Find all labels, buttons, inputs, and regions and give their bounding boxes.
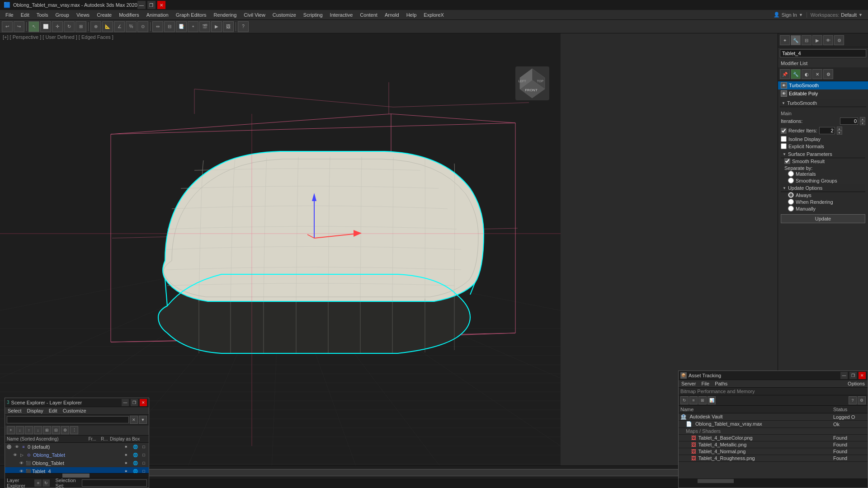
signin-button[interactable]: Sign In	[782, 12, 797, 18]
render-button[interactable]: ▶	[211, 21, 222, 32]
configure-modifier-button[interactable]: ⚙	[823, 69, 833, 79]
at-settings-btn[interactable]: ⚙	[858, 396, 866, 404]
render-iters-up[interactable]: ▲	[837, 127, 842, 131]
iterations-up[interactable]: ▲	[860, 117, 865, 121]
select-region-button[interactable]: ⬜	[40, 21, 51, 32]
le-collapse-btn[interactable]: ⊟	[52, 426, 60, 434]
utilities-panel-icon[interactable]: ⚙	[834, 35, 844, 45]
align-button[interactable]: ⊟	[164, 21, 175, 32]
render-iters-checkbox[interactable]	[781, 128, 787, 134]
object-name-input[interactable]	[780, 49, 866, 57]
hierarchy-panel-icon[interactable]: ⊟	[802, 35, 811, 45]
workspaces-dropdown-icon[interactable]: ▼	[859, 13, 863, 17]
render-iters-input[interactable]	[819, 127, 835, 134]
asset-basecolor-row[interactable]: 🖼 Tablet_4_BaseColor.png Found	[679, 435, 868, 441]
show-shaded-button[interactable]: ◐	[802, 69, 811, 79]
asset-metallic-row[interactable]: 🖼 Tablet_4_Metallic.png Found	[679, 441, 868, 448]
layer-visibility[interactable]: 👁	[18, 469, 25, 473]
percent-snap-button[interactable]: %	[126, 21, 137, 32]
undo-button[interactable]: ↩	[2, 21, 13, 32]
iterations-spinner[interactable]: ▲ ▼	[860, 117, 865, 125]
at-table-btn[interactable]: ⊞	[698, 396, 707, 404]
layer-visibility[interactable]: 👁	[11, 453, 19, 457]
manually-radio[interactable]	[788, 206, 794, 211]
col-name-header[interactable]: Name (Sorted Ascending)	[5, 436, 85, 441]
menu-content[interactable]: Content	[356, 11, 381, 19]
isoline-display-checkbox[interactable]	[781, 136, 787, 142]
le-filter-btn[interactable]: ▼	[139, 416, 147, 424]
scale-button[interactable]: ⊞	[75, 21, 86, 32]
menu-modifiers[interactable]: Modifiers	[115, 11, 143, 19]
render-iters-down[interactable]: ▼	[837, 131, 842, 135]
le-more-btn[interactable]: ⋮	[70, 426, 78, 434]
materials-radio[interactable]	[788, 171, 794, 177]
layer-explorer-restore[interactable]: ❐	[131, 399, 138, 406]
layer-expand-icon[interactable]: ▷	[19, 452, 25, 458]
at-help-btn[interactable]: ?	[849, 396, 857, 404]
at-status-btn[interactable]: 📊	[708, 396, 716, 404]
turbosmooth-header[interactable]: TurboSmooth	[780, 99, 866, 107]
menu-rendering[interactable]: Rendering	[210, 11, 241, 19]
layer-eye-icon[interactable]	[6, 444, 12, 450]
modifier-visibility-toggle[interactable]: 👁	[781, 82, 787, 89]
motion-panel-icon[interactable]: ▶	[812, 35, 822, 45]
col-display-header[interactable]: Display as Box	[108, 436, 149, 441]
menu-help[interactable]: Help	[403, 11, 420, 19]
rotate-button[interactable]: ↻	[64, 21, 75, 32]
layer-oblong-tablet-mesh[interactable]: 👁 ⬛ Oblong_Tablet ✶ 🌐 □	[5, 459, 149, 467]
workspaces-value[interactable]: Default	[841, 12, 857, 18]
selection-set-input[interactable]	[82, 479, 147, 487]
menu-edit[interactable]: Edit	[17, 11, 33, 19]
smooth-result-checkbox[interactable]	[784, 158, 790, 164]
iterations-down[interactable]: ▼	[860, 121, 865, 125]
layer-explorer-minimize[interactable]: —	[122, 399, 129, 406]
at-reload-btn[interactable]: ↻	[680, 396, 689, 404]
asset-maps-group-row[interactable]: Maps / Shaders	[679, 428, 868, 435]
layer-manager-button[interactable]: 📑	[176, 21, 187, 32]
snap-toggle-button[interactable]: 📐	[102, 21, 113, 32]
signin-dropdown-icon[interactable]: ▼	[799, 13, 803, 17]
menu-interactive[interactable]: Interactive	[326, 11, 357, 19]
layer-visibility[interactable]: 👁	[18, 461, 25, 465]
select-button[interactable]: ↖	[28, 21, 39, 32]
material-editor-button[interactable]: ⚬	[188, 21, 198, 32]
minimize-button[interactable]: —	[137, 1, 146, 9]
le-options-btn[interactable]: ⚙	[61, 426, 69, 434]
menu-arnold[interactable]: Arnold	[381, 11, 403, 19]
angle-snap-button[interactable]: ∠	[114, 21, 125, 32]
render-setup-button[interactable]: 🎬	[199, 21, 210, 32]
col-r-header[interactable]: R...	[99, 436, 108, 441]
le-clear-search[interactable]: ✕	[130, 416, 138, 424]
le-add-selected-btn[interactable]: ↓	[16, 426, 24, 434]
when-rendering-radio[interactable]	[788, 199, 794, 205]
menu-file[interactable]: File	[2, 11, 17, 19]
redo-button[interactable]: ↪	[14, 21, 24, 32]
layer-visibility[interactable]: 👁	[13, 445, 20, 449]
update-options-header[interactable]: Update Options	[781, 184, 865, 192]
render-iters-spinner[interactable]: ▲ ▼	[837, 127, 842, 135]
create-panel-icon[interactable]: ✦	[780, 35, 790, 45]
modifier-panel-button[interactable]: 🔧	[791, 69, 801, 79]
mirror-button[interactable]: ⇔	[152, 21, 163, 32]
editable-poly-modifier[interactable]: 👁 Editable Poly	[778, 89, 868, 98]
help-button[interactable]: ?	[238, 21, 249, 32]
iterations-input[interactable]	[840, 117, 858, 125]
pin-modifier-button[interactable]: 📌	[780, 69, 790, 79]
layer-tablet-4[interactable]: 👁 ⬛ Tablet_4 ✶ 🌐 □	[5, 467, 149, 473]
layer-scrollbar-h[interactable]	[5, 473, 149, 478]
menu-animation[interactable]: Animation	[143, 11, 172, 19]
asset-tracking-restore[interactable]: ❐	[849, 372, 857, 379]
asset-max-file-row[interactable]: 📄 Oblong_Tablet_max_vray.max Ok	[679, 421, 868, 428]
move-button[interactable]: ✛	[52, 21, 63, 32]
le-display-menu[interactable]: Display	[24, 408, 46, 414]
render-frame-button[interactable]: 🖼	[223, 21, 234, 32]
at-server-menu[interactable]: Server	[679, 380, 698, 387]
menu-civil-view[interactable]: Civil View	[240, 11, 269, 19]
menu-scripting[interactable]: Scripting	[300, 11, 326, 19]
le-expand-btn[interactable]: ⊞	[43, 426, 51, 434]
layer-search-input[interactable]	[7, 416, 129, 423]
menu-graph-editors[interactable]: Graph Editors	[172, 11, 210, 19]
layer-sync-btn[interactable]: ↻	[42, 479, 50, 487]
close-button[interactable]: ✕	[157, 1, 165, 9]
update-button[interactable]: Update	[781, 214, 865, 223]
